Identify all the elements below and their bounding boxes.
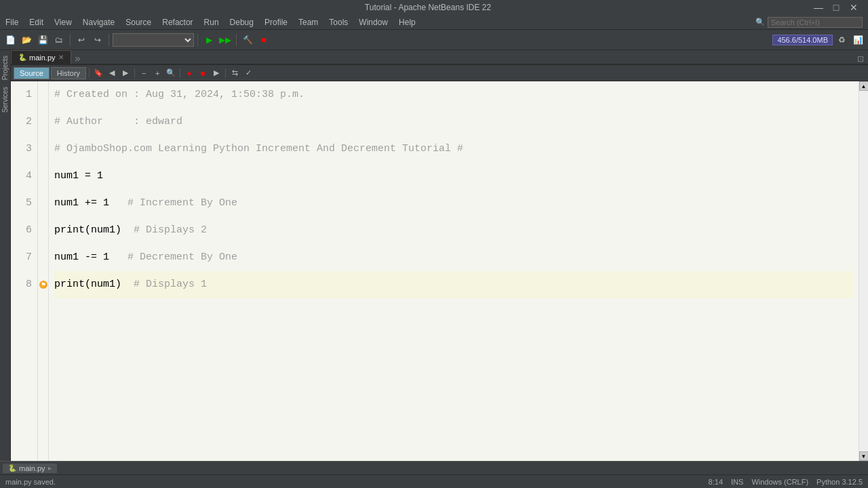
editor-maximize-button[interactable]: ⊡ [853, 54, 868, 64]
etb-sep4 [225, 68, 226, 78]
debug-button[interactable]: ▶▶ [218, 33, 233, 47]
menu-run[interactable]: Run [199, 15, 224, 30]
bottom-file-tab[interactable]: 🐍 main.py ▸ [3, 464, 57, 473]
find-button[interactable]: 🔍 [165, 67, 177, 79]
line-ending: Windows (CRLF) [751, 478, 808, 486]
line-num-2: 2 [19, 108, 32, 136]
left-sidebar: Projects Services [0, 50, 11, 461]
file-tab-main-py[interactable]: 🐍 main.py ✕ [11, 50, 71, 64]
python-version: Python 3.12.5 [816, 478, 863, 486]
profile-button[interactable]: 📊 [850, 33, 865, 47]
editor-area: 🐍 main.py ✕ » ⊡ Source History 🔖 ◀ ▶ − +… [11, 50, 868, 461]
cursor-position: 8:14 [709, 478, 723, 486]
menu-tools[interactable]: Tools [323, 15, 353, 30]
stop-button[interactable]: ■ [256, 33, 271, 47]
toolbar-separator-2 [108, 34, 109, 46]
code-content[interactable]: # Created on : Aug 31, 2024, 1:50:38 p.m… [49, 81, 859, 461]
bottom-tab-bar: 🐍 main.py ▸ [0, 461, 868, 474]
code-line-8: print(num1) # Displays 1 [54, 271, 853, 298]
run-button[interactable]: ▶ [201, 33, 216, 47]
toolbar-separator-1 [70, 34, 71, 46]
code-line-5: num1 += 1 # Increment By One [54, 190, 853, 217]
menu-view[interactable]: View [49, 15, 77, 30]
menu-help[interactable]: Help [393, 15, 421, 30]
toggle-bookmark-button[interactable]: 🔖 [92, 67, 104, 79]
scroll-down-button[interactable]: ▼ [859, 451, 869, 461]
menu-navigate[interactable]: Navigate [77, 15, 120, 30]
line-num-4: 4 [19, 163, 32, 190]
code-editor: 1 2 3 4 5 6 7 8 ⚑ # Created on : Aug 31,… [11, 81, 868, 461]
tasks-button[interactable]: ✓ [242, 67, 254, 79]
statusbar: main.py saved. 8:14 INS Windows (CRLF) P… [0, 474, 868, 488]
sidebar-services[interactable]: Services [0, 84, 10, 115]
build-button[interactable]: 🔨 [240, 33, 255, 47]
new-file-button[interactable]: 📄 [3, 33, 18, 47]
line-num-8: 8 [19, 271, 32, 298]
line-num-6: 6 [19, 217, 32, 244]
close-button[interactable]: ✕ [845, 0, 863, 15]
line-num-5: 5 [19, 190, 32, 217]
menu-source[interactable]: Source [120, 15, 157, 30]
scroll-up-button[interactable]: ▲ [859, 81, 869, 91]
menu-window[interactable]: Window [353, 15, 393, 30]
menu-edit[interactable]: Edit [24, 15, 49, 30]
tab-menu-button[interactable]: » [71, 53, 85, 64]
project-selector[interactable] [113, 33, 194, 47]
bottom-tab-arrow[interactable]: ▸ [48, 464, 52, 472]
etb-sep1 [89, 68, 90, 78]
status-right: 8:14 INS Windows (CRLF) Python 3.12.5 [709, 478, 863, 486]
undo-button[interactable]: ↩ [74, 33, 89, 47]
diff-button[interactable]: ⇆ [229, 67, 241, 79]
memory-indicator[interactable]: 456.6/514.0MB [772, 35, 833, 45]
window-controls: — □ ✕ [810, 0, 863, 15]
toolbar-separator-4 [236, 34, 237, 46]
menu-debug[interactable]: Debug [224, 15, 259, 30]
editor-toolbar: Source History 🔖 ◀ ▶ − + 🔍 ● ■ ▶ ⇆ ✓ [11, 65, 868, 81]
line-num-7: 7 [19, 244, 32, 271]
menu-file[interactable]: File [0, 15, 24, 30]
window-title: Tutorial - Apache NetBeans IDE 22 [46, 3, 810, 12]
gc-button[interactable]: ♻ [834, 33, 849, 47]
format-button[interactable]: ● [183, 67, 195, 79]
code-line-7: num1 -= 1 # Decrement By One [54, 244, 853, 271]
titlebar: Tutorial - Apache NetBeans IDE 22 — □ ✕ [0, 0, 868, 15]
code-line-2: # Author : edward [54, 108, 853, 136]
menu-team[interactable]: Team [293, 15, 323, 30]
unfold-button[interactable]: + [151, 67, 163, 79]
toolbar-separator-3 [197, 34, 198, 46]
maximize-button[interactable]: □ [827, 0, 845, 15]
etb-sep2 [134, 68, 135, 78]
minimize-button[interactable]: — [810, 0, 827, 15]
code-gutter: ⚑ [38, 81, 49, 461]
line-num-3: 3 [19, 136, 32, 163]
file-tab-strip: 🐍 main.py ✕ » ⊡ [11, 50, 868, 65]
search-input[interactable] [768, 17, 863, 28]
sidebar-projects[interactable]: Projects [0, 53, 10, 83]
save-button[interactable]: 💾 [35, 33, 50, 47]
menu-refactor[interactable]: Refactor [157, 15, 198, 30]
breakpoint-icon: ⚑ [39, 281, 47, 289]
fold-button[interactable]: − [138, 67, 150, 79]
status-message: main.py saved. [5, 478, 701, 486]
menu-profile[interactable]: Profile [259, 15, 293, 30]
insert-mode: INS [731, 478, 743, 486]
main-area: Projects Services 🐍 main.py ✕ » ⊡ Source… [0, 50, 868, 461]
open-file-button[interactable]: 📂 [19, 33, 34, 47]
history-tab-button[interactable]: History [51, 67, 86, 79]
code-line-1: # Created on : Aug 31, 2024, 1:50:38 p.m… [54, 81, 853, 108]
tab-close-icon[interactable]: ✕ [58, 54, 64, 61]
next-bookmark-button[interactable]: ▶ [119, 67, 132, 79]
prev-bookmark-button[interactable]: ◀ [106, 67, 118, 79]
record-button[interactable]: ■ [197, 67, 209, 79]
line-numbers: 1 2 3 4 5 6 7 8 [11, 81, 38, 461]
menubar: File Edit View Navigate Source Refactor … [0, 15, 868, 30]
etb-sep3 [180, 68, 180, 78]
code-line-4: num1 = 1 [54, 163, 853, 190]
save-all-button[interactable]: 🗂 [52, 33, 66, 47]
redo-button[interactable]: ↪ [90, 33, 105, 47]
source-tab-button[interactable]: Source [14, 67, 50, 79]
play-macro-button[interactable]: ▶ [210, 67, 222, 79]
line-num-1: 1 [19, 81, 32, 108]
main-toolbar: 📄 📂 💾 🗂 ↩ ↪ ▶ ▶▶ 🔨 ■ 456.6/514.0MB ♻ 📊 [0, 30, 868, 50]
vertical-scrollbar[interactable]: ▲ ▼ [859, 81, 868, 461]
